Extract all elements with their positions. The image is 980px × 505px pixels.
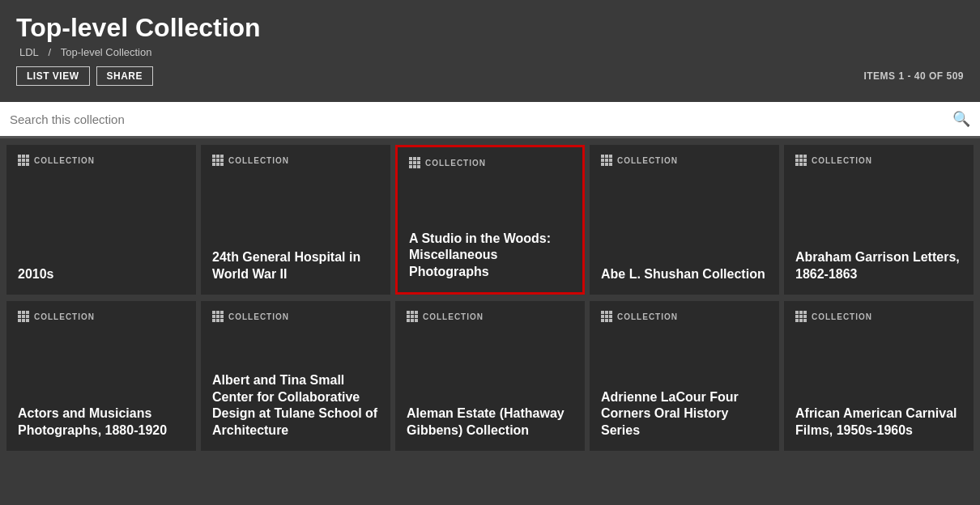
grid-icon-6 bbox=[18, 311, 29, 322]
search-bar: 🔍 bbox=[0, 102, 980, 136]
card-type-label-3: COLLECTION bbox=[409, 157, 571, 168]
grid-icon-9 bbox=[601, 311, 612, 322]
page-title: Top-level Collection bbox=[16, 13, 964, 43]
card-title-4: Abe L. Shushan Collection bbox=[601, 266, 768, 283]
card-type-label-1: COLLECTION bbox=[18, 155, 185, 166]
collection-card-2[interactable]: COLLECTION 24th General Hospital in Worl… bbox=[201, 145, 390, 295]
card-title-5: Abraham Garrison Letters, 1862-1863 bbox=[795, 249, 962, 283]
grid-icon-4 bbox=[601, 155, 612, 166]
page-header: Top-level Collection LDL / Top-level Col… bbox=[0, 0, 980, 102]
collection-card-4[interactable]: COLLECTION Abe L. Shushan Collection bbox=[590, 145, 779, 295]
collection-card-7[interactable]: COLLECTION Albert and Tina Small Center … bbox=[201, 301, 390, 451]
card-type-label-2: COLLECTION bbox=[212, 155, 379, 166]
breadcrumb-top-level[interactable]: Top-level Collection bbox=[61, 46, 152, 58]
card-type-label-6: COLLECTION bbox=[18, 311, 185, 322]
card-type-label-8: COLLECTION bbox=[407, 311, 573, 322]
collection-card-9[interactable]: COLLECTION Adrienne LaCour Four Corners … bbox=[590, 301, 779, 451]
grid-icon-3 bbox=[409, 157, 420, 168]
items-count: ITEMS 1 - 40 OF 509 bbox=[863, 70, 964, 82]
collection-grid-row1: COLLECTION 2010s COLLECTION 24th General… bbox=[0, 138, 980, 301]
card-title-1: 2010s bbox=[18, 266, 185, 283]
toolbar: LIST VIEW SHARE ITEMS 1 - 40 OF 509 bbox=[16, 66, 964, 86]
share-button[interactable]: SHARE bbox=[96, 66, 154, 86]
list-view-button[interactable]: LIST VIEW bbox=[16, 66, 90, 86]
grid-icon-8 bbox=[407, 311, 418, 322]
grid-icon-1 bbox=[18, 155, 29, 166]
grid-icon-10 bbox=[795, 311, 807, 322]
card-type-label-9: COLLECTION bbox=[601, 311, 768, 322]
grid-icon-7 bbox=[212, 311, 224, 322]
card-title-2: 24th General Hospital in World War II bbox=[212, 249, 379, 283]
card-type-label-4: COLLECTION bbox=[601, 155, 768, 166]
breadcrumb-ldl[interactable]: LDL bbox=[19, 46, 39, 58]
collection-grid-row2: COLLECTION Actors and Musicians Photogra… bbox=[0, 301, 980, 457]
card-type-label-7: COLLECTION bbox=[212, 311, 379, 322]
collection-card-5[interactable]: COLLECTION Abraham Garrison Letters, 186… bbox=[784, 145, 974, 295]
card-title-8: Aleman Estate (Hathaway Gibbens) Collect… bbox=[407, 405, 573, 439]
card-title-9: Adrienne LaCour Four Corners Oral Histor… bbox=[601, 389, 768, 439]
collection-card-8[interactable]: COLLECTION Aleman Estate (Hathaway Gibbe… bbox=[395, 301, 585, 451]
grid-icon-2 bbox=[212, 155, 224, 166]
card-title-6: Actors and Musicians Photographs, 1880-1… bbox=[18, 405, 185, 439]
collection-card-6[interactable]: COLLECTION Actors and Musicians Photogra… bbox=[6, 301, 196, 451]
card-type-label-10: COLLECTION bbox=[795, 311, 962, 322]
breadcrumb: LDL / Top-level Collection bbox=[16, 46, 964, 58]
card-title-3: A Studio in the Woods: Miscellaneous Pho… bbox=[409, 231, 571, 281]
collection-card-1[interactable]: COLLECTION 2010s bbox=[6, 145, 196, 295]
search-icon[interactable]: 🔍 bbox=[952, 110, 970, 128]
collection-card-10[interactable]: COLLECTION African American Carnival Fil… bbox=[784, 301, 974, 451]
card-title-10: African American Carnival Films, 1950s-1… bbox=[795, 405, 962, 439]
card-type-label-5: COLLECTION bbox=[795, 155, 962, 166]
search-input[interactable] bbox=[10, 112, 952, 126]
toolbar-left: LIST VIEW SHARE bbox=[16, 66, 153, 86]
breadcrumb-separator: / bbox=[48, 46, 51, 58]
grid-icon-5 bbox=[795, 155, 807, 166]
card-title-7: Albert and Tina Small Center for Collabo… bbox=[212, 372, 379, 439]
collection-card-3[interactable]: COLLECTION A Studio in the Woods: Miscel… bbox=[395, 145, 585, 295]
